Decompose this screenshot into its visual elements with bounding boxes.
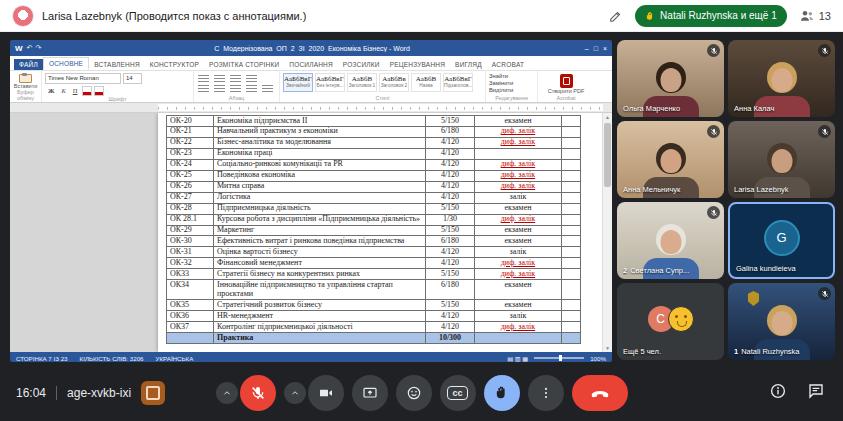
format-button[interactable]: Ж xyxy=(45,86,57,96)
ruler xyxy=(10,103,612,113)
mic-button-muted[interactable] xyxy=(240,375,276,411)
tile-galina-kundieieva[interactable]: G Galina kundieieva xyxy=(728,202,835,279)
scrollbar-thumb[interactable] xyxy=(604,123,611,187)
font-size-select[interactable]: 14 xyxy=(123,73,142,84)
format-buttons: ЖКП xyxy=(45,86,190,96)
tile-more-participants[interactable]: C Ещё 5 чел. xyxy=(617,283,724,360)
tile-anna-kalach[interactable]: Анна Калач xyxy=(728,40,835,117)
format-button[interactable]: П xyxy=(70,86,81,96)
ribbon-tab[interactable]: ВСТАВЛЕННЯ xyxy=(89,59,145,70)
create-pdf-icon[interactable] xyxy=(560,74,573,88)
style-chip[interactable]: АаБбВвГгЗвичайний xyxy=(283,73,313,92)
captions-button[interactable]: cc xyxy=(440,375,476,411)
chat-button[interactable] xyxy=(807,382,825,404)
tile-svetlana[interactable]: 2Светлана Супр... xyxy=(617,202,724,279)
scroll-up-arrow[interactable]: ▲ xyxy=(603,113,612,121)
course-row: ОК-30Ефективність витрат і ринкова повед… xyxy=(167,236,581,247)
window-control-icon[interactable]: – xyxy=(585,45,589,52)
raise-hand-button-active[interactable] xyxy=(484,375,520,411)
numbering-icon[interactable] xyxy=(214,75,225,83)
course-row: ОК36HR-менеджмент4/120залік xyxy=(167,311,581,322)
style-chip[interactable]: АаБбВвГгБез інтерв... xyxy=(315,73,345,92)
view-icons[interactable]: ▤ ▥ ▦ xyxy=(507,355,528,362)
present-button[interactable] xyxy=(352,375,388,411)
participant-counter[interactable]: 13 xyxy=(799,8,831,24)
presenter-avatar xyxy=(12,5,34,27)
bullets-icon[interactable] xyxy=(198,75,209,83)
language-indicator[interactable]: УКРАЇНСЬКА xyxy=(156,355,194,362)
scroll-down-arrow[interactable]: ▼ xyxy=(603,344,612,352)
style-chip[interactable]: АаБбВНазва xyxy=(411,73,441,92)
ribbon-tab[interactable]: ФАЙЛ xyxy=(14,59,43,70)
align-right-icon[interactable] xyxy=(230,85,241,93)
end-call-button[interactable] xyxy=(572,375,628,411)
quick-access-icon[interactable]: ↶ xyxy=(27,44,33,51)
align-left-icon[interactable] xyxy=(198,85,209,93)
font-color-icon[interactable] xyxy=(94,86,104,96)
sort-icon[interactable] xyxy=(246,75,257,83)
vertical-scrollbar[interactable]: ▲ ▼ xyxy=(602,113,612,352)
meeting-code: age-xvkb-ixi xyxy=(67,386,131,400)
reactions-button[interactable] xyxy=(396,375,432,411)
page-indicator[interactable]: СТОРІНКА 7 ІЗ 23 xyxy=(16,355,68,362)
ribbon-tab[interactable]: ВИГЛЯД xyxy=(450,59,487,70)
ribbon-tab[interactable]: ACROBAT xyxy=(487,59,529,70)
style-chip[interactable]: АаБбВвЗаголовок 2 xyxy=(379,73,409,92)
editing-command[interactable]: Виділити xyxy=(489,87,534,94)
format-button[interactable]: К xyxy=(58,86,68,96)
course-row: ОК-23Економіка праці4/120 xyxy=(167,148,581,159)
ribbon-tab[interactable]: РОЗМІТКА СТОРІНКИ xyxy=(204,59,284,70)
editing-command[interactable]: Замінити xyxy=(489,80,534,87)
document-canvas[interactable]: ОК-20Економіка підприємства ІІ5/150екзам… xyxy=(10,113,612,352)
word-count[interactable]: КІЛЬКІСТЬ СЛІВ: 3206 xyxy=(80,355,144,362)
annotation-board-icon[interactable] xyxy=(141,381,165,405)
editing-command[interactable]: Знайти xyxy=(489,73,534,80)
indent-icon[interactable] xyxy=(230,75,241,83)
quick-access-toolbar[interactable]: ↶↷ xyxy=(27,44,45,52)
course-row: ОК-32Фінансовий менеджмент4/120диф. залі… xyxy=(167,258,581,269)
font-name-select[interactable]: Times New Roman xyxy=(45,73,121,84)
raised-hands-pill[interactable]: Natali Ruzhynska и ещё 1 xyxy=(635,5,787,27)
mic-options-chevron[interactable] xyxy=(216,382,238,404)
style-chip[interactable]: АаБбВЗаголовок 1 xyxy=(347,73,377,92)
course-row: ОК37Контролінг підприємницької діяльност… xyxy=(167,322,581,333)
raised-hands-label: Natali Ruzhynska и ещё 1 xyxy=(660,10,777,21)
ribbon-tab[interactable]: РЕЦЕНЗУВАННЯ xyxy=(385,59,450,70)
tile-natali-ruzhynska[interactable]: 1Natali Ruzhynska xyxy=(728,283,835,360)
ribbon-tab[interactable]: ОСНОВНЕ xyxy=(43,57,89,70)
ribbon-tab[interactable]: КОНСТРУКТОР xyxy=(145,59,204,70)
quick-access-icon[interactable]: ↷ xyxy=(35,44,41,51)
raise-order-badge: 1 xyxy=(734,347,738,356)
raised-hand-icon xyxy=(645,11,655,21)
tile-anna-melnychuk[interactable]: Анна Мельничук xyxy=(617,121,724,198)
mic-off-icon xyxy=(818,44,831,57)
window-control-icon[interactable]: × xyxy=(603,45,607,52)
align-center-icon[interactable] xyxy=(214,85,225,93)
annotation-pen-icon[interactable] xyxy=(609,9,623,23)
ribbon-tab[interactable]: РОЗСИЛКИ xyxy=(338,59,385,70)
word-logo: W xyxy=(15,44,23,53)
more-options-button[interactable] xyxy=(528,375,564,411)
create-pdf-label[interactable]: Створити PDF xyxy=(548,88,585,94)
mic-off-icon xyxy=(707,125,720,138)
camera-button[interactable] xyxy=(308,375,344,411)
window-control-icon[interactable]: □ xyxy=(594,45,598,52)
course-table: ОК-20Економіка підприємства ІІ5/150екзам… xyxy=(166,115,581,344)
zoom-slider[interactable] xyxy=(534,357,584,359)
shading-icon[interactable] xyxy=(262,85,273,93)
zoom-level[interactable]: 100% xyxy=(590,355,606,362)
window-controls[interactable]: –□× xyxy=(580,45,607,52)
highlight-color-icon[interactable] xyxy=(82,86,92,96)
tile-larisa-lazebnyk[interactable]: Larisa Lazebnyk xyxy=(728,121,835,198)
paste-icon[interactable] xyxy=(19,74,32,83)
participant-name: Ольга Марченко xyxy=(623,104,680,113)
ribbon-tab[interactable]: ПОСИЛАННЯ xyxy=(284,59,338,70)
smiley-avatar xyxy=(668,306,694,332)
avatar-initial: G xyxy=(764,220,800,256)
meeting-details-button[interactable] xyxy=(769,382,787,404)
camera-options-chevron[interactable] xyxy=(284,382,306,404)
tile-olga-marchenko[interactable]: Ольга Марченко xyxy=(617,40,724,117)
style-chip[interactable]: АаБбВвГПідзаголов... xyxy=(443,73,473,92)
shared-screen-word-window[interactable]: W ↶↷ С_Модернізована_ОП_2_ЗІ_2020_Економ… xyxy=(10,40,612,362)
justify-icon[interactable] xyxy=(246,85,257,93)
